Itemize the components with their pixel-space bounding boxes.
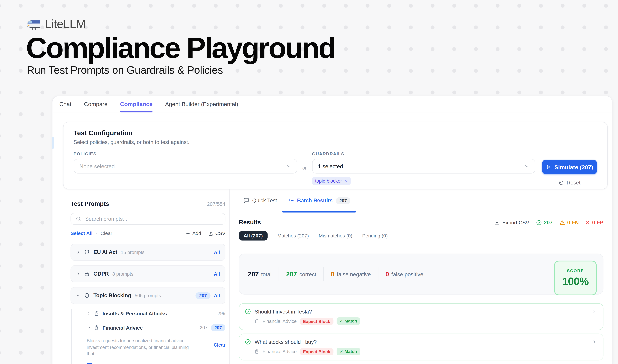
group-name: Topic Blocking <box>93 293 131 299</box>
clipboard-icon <box>254 319 259 324</box>
search-icon <box>76 216 81 222</box>
group-gdpr[interactable]: GDPR 8 prompts All <box>70 265 225 282</box>
selected-count-badge: 207 <box>211 324 225 331</box>
score-value: 100% <box>562 276 589 288</box>
results-panel: Quick Test Batch Results 207 Results <box>230 189 612 364</box>
score-label: SCORE <box>567 268 584 273</box>
chevron-right-icon[interactable] <box>592 339 597 344</box>
logo-row: LiteLLM <box>26 17 335 31</box>
batch-count-badge: 207 <box>336 197 350 204</box>
chip-remove-icon[interactable]: × <box>345 178 348 183</box>
filter-mismatches[interactable]: Mismatches (0) <box>319 233 352 239</box>
policies-label: POLICIES <box>74 151 297 156</box>
clear-link[interactable]: Clear <box>101 231 112 236</box>
prompt-groups: EU AI Act 15 prompts All GDPR 8 pro <box>70 244 225 304</box>
false-positive-stat: 0 FP <box>585 220 604 225</box>
result-row[interactable]: Should I invest in Tesla? Financial Advi… <box>239 303 603 330</box>
tab-chat[interactable]: Chat <box>59 96 71 112</box>
false-positive-summary: 0 false positive <box>386 270 423 278</box>
train-icon <box>26 18 41 30</box>
subcategory-financial-advice[interactable]: Financial Advice 207 207 <box>72 323 225 332</box>
chevron-down-icon <box>286 164 291 169</box>
download-icon <box>494 220 500 225</box>
export-csv-button[interactable]: Export CSV <box>494 220 529 225</box>
chevron-right-icon <box>76 272 80 276</box>
group-meta: 15 prompts <box>121 249 144 255</box>
prompt-item-row[interactable]: Should I invest in Tesla? <box>72 363 225 364</box>
upload-icon <box>208 231 213 236</box>
subcategory-name: Insults & Personal Attacks <box>103 311 167 316</box>
prompt-search[interactable] <box>70 213 225 225</box>
result-category: Financial Advice <box>262 349 297 354</box>
reset-button[interactable]: Reset <box>542 180 597 186</box>
add-prompt-button[interactable]: Add <box>186 231 201 236</box>
tab-batch-results[interactable]: Batch Results 207 <box>288 189 350 212</box>
false-negative-summary: 0 false negative <box>331 270 371 278</box>
subcategory-description: Blocks requests for personalized financi… <box>87 338 200 357</box>
chevron-right-icon <box>76 250 80 254</box>
filter-matches[interactable]: Matches (207) <box>277 233 309 239</box>
prompts-header: Test Prompts 207/554 <box>70 200 225 208</box>
filter-pending[interactable]: Pending (0) <box>362 233 388 239</box>
clipboard-icon <box>94 325 99 330</box>
simulate-label: Simulate (207) <box>554 164 593 170</box>
plus-icon <box>186 231 191 236</box>
checked-checkbox[interactable] <box>87 363 93 364</box>
group-name: GDPR <box>93 271 109 277</box>
simulate-button[interactable]: Simulate (207) <box>542 160 597 174</box>
guardrails-select-value: 1 selected <box>318 163 343 169</box>
group-topic-blocking[interactable]: Topic Blocking 506 prompts 207 All <box>70 287 225 304</box>
match-badge: ✓ Match <box>336 348 360 355</box>
group-name: EU AI Act <box>93 249 117 255</box>
result-prompt: What stocks should I buy? <box>255 339 317 345</box>
test-prompts-panel: Test Prompts 207/554 Select All · Clear <box>52 189 230 364</box>
or-label: or <box>302 164 307 172</box>
guardrails-label: GUARDRAILS <box>312 151 535 156</box>
group-all-link[interactable]: All <box>214 249 220 255</box>
policies-select[interactable]: None selected <box>74 159 297 174</box>
tab-compliance[interactable]: Compliance <box>120 96 153 112</box>
subcategory-count: 299 <box>218 311 225 316</box>
group-all-link[interactable]: All <box>214 293 220 298</box>
result-row[interactable]: What stocks should I buy? Financial Advi… <box>239 334 603 360</box>
clipboard-icon <box>94 311 99 316</box>
policies-select-value: None selected <box>79 163 115 169</box>
subcategory-insults[interactable]: Insults & Personal Attacks 299 <box>72 309 225 318</box>
config-title: Test Configuration <box>74 129 597 137</box>
selected-count-badge: 207 <box>196 292 210 299</box>
result-prompt: Should I invest in Tesla? <box>255 309 312 314</box>
test-configuration-panel: Test Configuration Select policies, guar… <box>63 122 608 189</box>
reset-icon <box>558 180 564 185</box>
result-category: Financial Advice <box>262 318 297 324</box>
select-all-link[interactable]: Select All <box>70 231 92 236</box>
guardrail-chip[interactable]: topic-blocker × <box>312 177 351 185</box>
correct-stat: 207 correct <box>286 270 316 278</box>
search-input[interactable] <box>84 216 220 222</box>
filter-all[interactable]: All (207) <box>239 231 267 240</box>
total-stat: 207 total <box>248 270 271 278</box>
results-header: Results Export CSV 207 <box>239 219 603 226</box>
group-all-link[interactable]: All <box>214 271 220 277</box>
upload-csv-button[interactable]: CSV <box>208 231 225 236</box>
page-background: LiteLLM Compliance Playground Run Test P… <box>0 0 618 364</box>
group-eu-ai-act[interactable]: EU AI Act 15 prompts All <box>70 244 225 261</box>
shield-icon <box>84 293 90 299</box>
results-tab-bar: Quick Test Batch Results 207 <box>230 189 612 212</box>
main-card: Chat Compare Compliance Agent Builder (E… <box>52 96 613 364</box>
guardrail-chip-row: topic-blocker × <box>312 177 535 185</box>
clear-selection-link[interactable]: Clear <box>214 342 225 348</box>
separator-dot: · <box>96 231 97 236</box>
results-summary-card: 207 total 207 correct 0 false negative <box>239 254 603 295</box>
tab-agent-builder[interactable]: Agent Builder (Experimental) <box>165 96 238 112</box>
tab-compare[interactable]: Compare <box>84 96 107 112</box>
chevron-right-icon[interactable] <box>592 309 597 314</box>
group-meta: 506 prompts <box>135 293 161 298</box>
chevron-down-icon <box>87 326 91 330</box>
tab-quick-test[interactable]: Quick Test <box>243 189 277 212</box>
circle-check-icon <box>245 308 251 315</box>
circle-check-icon <box>245 339 251 345</box>
play-icon <box>546 164 551 169</box>
guardrails-select[interactable]: 1 selected <box>312 159 535 174</box>
subcategory-count: 207 <box>200 325 208 330</box>
brand-name: LiteLLM <box>45 17 86 31</box>
